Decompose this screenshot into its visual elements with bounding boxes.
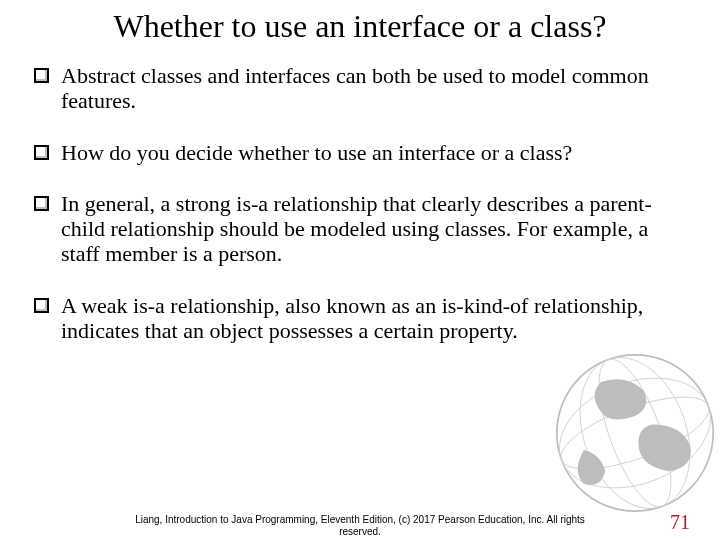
bullet-text: A weak is-a relationship, also known as … (61, 293, 686, 344)
square-bullet-icon (34, 196, 49, 211)
square-bullet-icon (34, 145, 49, 160)
square-bullet-icon (34, 298, 49, 313)
svg-point-1 (557, 355, 713, 511)
page-number: 71 (670, 511, 690, 534)
list-item: In general, a strong is-a relationship t… (34, 191, 686, 267)
list-item: How do you decide whether to use an inte… (34, 140, 686, 165)
bullet-list: Abstract classes and interfaces can both… (0, 63, 720, 343)
svg-point-4 (584, 351, 685, 515)
slide: Whether to use an interface or a class? … (0, 8, 720, 540)
footer-text: Liang, Introduction to Java Programming,… (0, 514, 720, 538)
square-bullet-icon (34, 68, 49, 83)
bullet-text: Abstract classes and interfaces can both… (61, 63, 686, 114)
list-item: Abstract classes and interfaces can both… (34, 63, 686, 114)
slide-title: Whether to use an interface or a class? (0, 8, 720, 45)
globe-icon (550, 348, 720, 518)
bullet-text: In general, a strong is-a relationship t… (61, 191, 686, 267)
bullet-text: How do you decide whether to use an inte… (61, 140, 686, 165)
list-item: A weak is-a relationship, also known as … (34, 293, 686, 344)
svg-point-3 (550, 358, 720, 507)
svg-point-5 (560, 348, 709, 518)
svg-point-2 (553, 382, 717, 483)
